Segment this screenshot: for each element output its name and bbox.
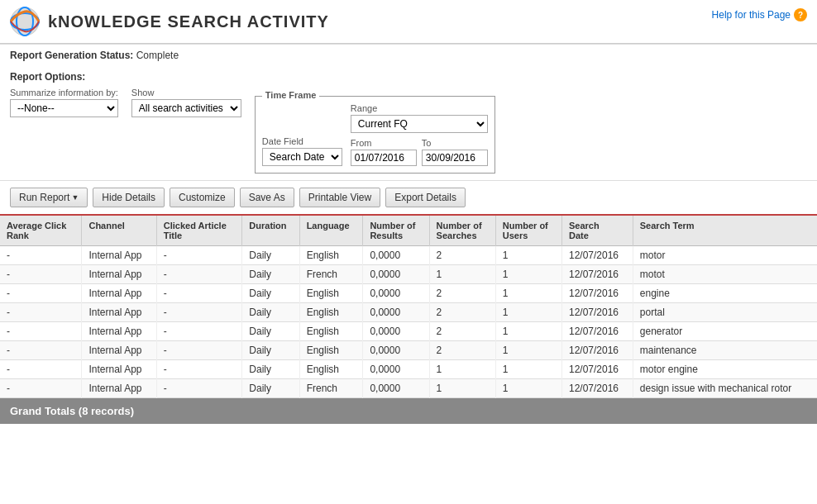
- range-label: Range: [351, 103, 488, 113]
- export-details-button[interactable]: Export Details: [385, 188, 466, 207]
- cell-num-users: 1: [495, 341, 561, 360]
- table-row: - Internal App - Daily English 0,0000 2 …: [0, 322, 817, 341]
- col-channel: Channel: [82, 216, 156, 246]
- col-num-users: Number ofUsers: [495, 216, 561, 246]
- cell-search-date: 12/07/2016: [561, 379, 633, 398]
- cell-channel: Internal App: [82, 360, 156, 379]
- cell-num-searches: 2: [429, 341, 495, 360]
- show-group: Show All search activities: [131, 88, 241, 117]
- cell-language: French: [299, 379, 363, 398]
- page-header: kNOWLEDGE SEARCH ACTIVITY Help for this …: [0, 0, 817, 44]
- cell-channel: Internal App: [82, 303, 156, 322]
- grand-totals-bar: Grand Totals (8 records): [0, 398, 817, 424]
- to-group: To: [422, 138, 488, 166]
- page-title: kNOWLEDGE SEARCH ACTIVITY: [48, 12, 329, 31]
- app-logo: [10, 7, 40, 36]
- cell-search-date: 12/07/2016: [561, 284, 633, 303]
- grand-totals-label: Grand Totals (8 records): [10, 405, 134, 417]
- cell-clicked-article: -: [156, 379, 242, 398]
- from-label: From: [351, 138, 417, 148]
- table-row: - Internal App - Daily French 0,0000 1 1…: [0, 265, 817, 284]
- report-options-section: Report Options: Summarize information by…: [0, 66, 817, 180]
- table-header-row: Average ClickRank Channel Clicked Articl…: [0, 216, 817, 246]
- cell-clicked-article: -: [156, 360, 242, 379]
- range-select[interactable]: Current FQ Last FQ Custom: [351, 115, 488, 133]
- cell-num-searches: 2: [429, 303, 495, 322]
- cell-num-users: 1: [495, 265, 561, 284]
- cell-num-users: 1: [495, 322, 561, 341]
- help-icon: ?: [794, 8, 807, 21]
- cell-duration: Daily: [242, 379, 299, 398]
- table-row: - Internal App - Daily English 0,0000 2 …: [0, 341, 817, 360]
- show-label: Show: [131, 88, 241, 97]
- col-search-date: SearchDate: [561, 216, 633, 246]
- timeframe-fieldset: Time Frame Date Field Search Date Range …: [255, 96, 495, 174]
- report-options-label: Report Options:: [10, 71, 807, 83]
- col-duration: Duration: [242, 216, 299, 246]
- cell-search-date: 12/07/2016: [561, 360, 633, 379]
- run-report-button[interactable]: Run Report ▼: [10, 188, 88, 207]
- cell-language: English: [299, 341, 363, 360]
- table-row: - Internal App - Daily English 0,0000 2 …: [0, 303, 817, 322]
- cell-search-term: motor engine: [633, 360, 817, 379]
- cell-num-searches: 2: [429, 246, 495, 265]
- cell-channel: Internal App: [82, 322, 156, 341]
- col-search-term: Search Term: [633, 216, 817, 246]
- cell-clicked-article: -: [156, 303, 242, 322]
- col-num-results: Number ofResults: [363, 216, 429, 246]
- summarize-label: Summarize information by:: [10, 88, 118, 97]
- cell-duration: Daily: [242, 303, 299, 322]
- cell-clicked-article: -: [156, 265, 242, 284]
- cell-duration: Daily: [242, 284, 299, 303]
- cell-channel: Internal App: [82, 246, 156, 265]
- table-row: - Internal App - Daily English 0,0000 2 …: [0, 284, 817, 303]
- cell-search-term: motot: [633, 265, 817, 284]
- cell-language: English: [299, 322, 363, 341]
- summarize-group: Summarize information by: --None--: [10, 88, 118, 117]
- cell-num-users: 1: [495, 303, 561, 322]
- cell-avg-click-rank: -: [0, 341, 82, 360]
- cell-avg-click-rank: -: [0, 303, 82, 322]
- cell-duration: Daily: [242, 360, 299, 379]
- cell-language: English: [299, 303, 363, 322]
- cell-search-term: engine: [633, 284, 817, 303]
- help-link[interactable]: Help for this Page ?: [712, 8, 807, 21]
- cell-search-term: generator: [633, 322, 817, 341]
- cell-num-searches: 2: [429, 322, 495, 341]
- save-as-button[interactable]: Save As: [240, 188, 294, 207]
- cell-num-users: 1: [495, 360, 561, 379]
- cell-num-searches: 1: [429, 379, 495, 398]
- cell-num-results: 0,0000: [363, 265, 429, 284]
- date-field-select[interactable]: Search Date: [262, 148, 342, 166]
- hide-details-button[interactable]: Hide Details: [93, 188, 165, 207]
- cell-avg-click-rank: -: [0, 360, 82, 379]
- summarize-select[interactable]: --None--: [10, 99, 118, 117]
- cell-language: English: [299, 246, 363, 265]
- cell-channel: Internal App: [82, 341, 156, 360]
- from-input[interactable]: [351, 150, 417, 166]
- table-row: - Internal App - Daily English 0,0000 1 …: [0, 360, 817, 379]
- cell-num-results: 0,0000: [363, 322, 429, 341]
- table-row: - Internal App - Daily English 0,0000 2 …: [0, 246, 817, 265]
- customize-button[interactable]: Customize: [170, 188, 235, 207]
- cell-clicked-article: -: [156, 322, 242, 341]
- toolbar: Run Report ▼ Hide Details Customize Save…: [0, 180, 817, 216]
- from-group: From: [351, 138, 417, 166]
- run-report-arrow-icon: ▼: [71, 193, 79, 202]
- cell-search-date: 12/07/2016: [561, 303, 633, 322]
- date-field-group: Date Field Search Date: [262, 136, 342, 166]
- cell-num-results: 0,0000: [363, 284, 429, 303]
- cell-duration: Daily: [242, 322, 299, 341]
- cell-clicked-article: -: [156, 341, 242, 360]
- cell-avg-click-rank: -: [0, 379, 82, 398]
- cell-search-date: 12/07/2016: [561, 265, 633, 284]
- col-language: Language: [299, 216, 363, 246]
- cell-search-term: maintenance: [633, 341, 817, 360]
- cell-num-searches: 2: [429, 284, 495, 303]
- printable-view-button[interactable]: Printable View: [299, 188, 381, 207]
- to-input[interactable]: [422, 150, 488, 166]
- cell-language: English: [299, 360, 363, 379]
- range-group: Range Current FQ Last FQ Custom From To: [351, 103, 488, 166]
- cell-search-term: design issue with mechanical rotor: [633, 379, 817, 398]
- show-select[interactable]: All search activities: [131, 99, 241, 117]
